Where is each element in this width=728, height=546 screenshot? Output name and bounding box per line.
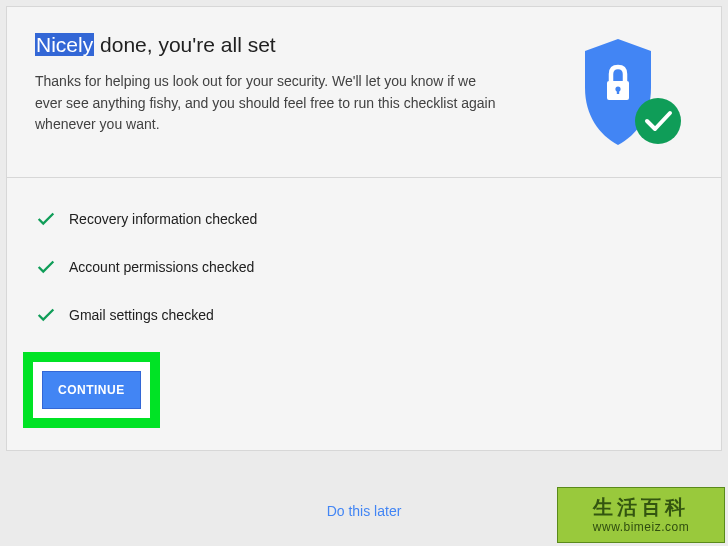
checkmark-icon: [35, 208, 57, 230]
watermark-title: 生活百科: [593, 496, 689, 518]
title-highlighted-word: Nicely: [35, 33, 94, 56]
title-rest: done, you're all set: [94, 33, 275, 56]
watermark-url: www.bimeiz.com: [593, 520, 689, 534]
checklist-section: Recovery information checked Account per…: [7, 178, 721, 450]
continue-inner-box: CONTINUE: [33, 362, 150, 418]
security-checkup-card: Nicely done, you're all set Thanks for h…: [6, 6, 722, 451]
checklist-item: Gmail settings checked: [35, 304, 693, 326]
checklist-item: Account permissions checked: [35, 256, 693, 278]
watermark-badge: 生活百科 www.bimeiz.com: [557, 487, 725, 543]
svg-point-3: [635, 98, 681, 144]
checklist-label: Gmail settings checked: [69, 307, 214, 323]
shield-icon: [573, 33, 683, 153]
checklist-label: Recovery information checked: [69, 211, 257, 227]
continue-button[interactable]: CONTINUE: [42, 371, 141, 409]
checkmark-icon: [35, 304, 57, 326]
checkmark-icon: [35, 256, 57, 278]
checklist-item: Recovery information checked: [35, 208, 693, 230]
page-title: Nicely done, you're all set: [35, 33, 505, 57]
continue-highlight-box: CONTINUE: [23, 352, 160, 428]
header-section: Nicely done, you're all set Thanks for h…: [7, 7, 721, 178]
checklist-label: Account permissions checked: [69, 259, 254, 275]
page-description: Thanks for helping us look out for your …: [35, 71, 505, 136]
svg-rect-2: [617, 89, 619, 94]
